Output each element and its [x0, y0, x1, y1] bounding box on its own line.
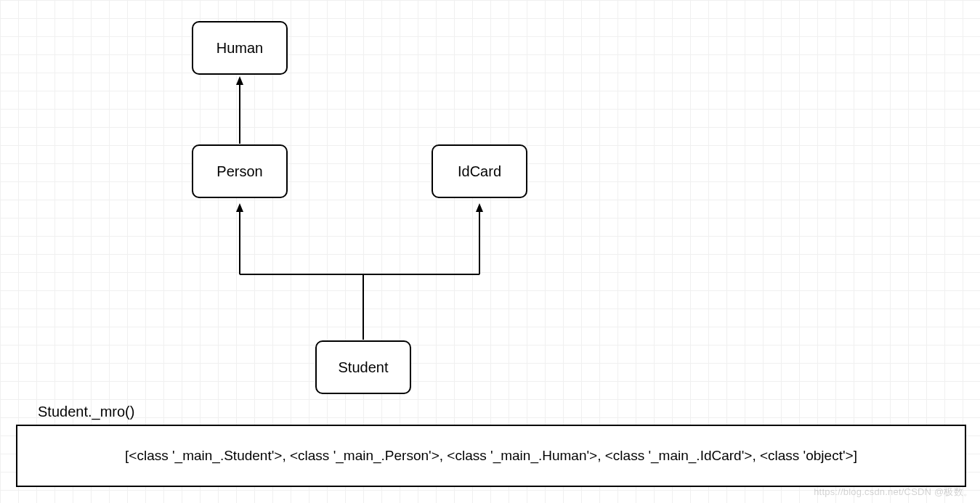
mro-output-box: [<class '_main_.Student'>, <class '_main…	[16, 425, 966, 487]
watermark-text: https://blog.csdn.net/CSDN @极数。	[814, 486, 973, 499]
node-person-label: Person	[216, 163, 262, 180]
node-idcard: IdCard	[432, 144, 527, 198]
node-person: Person	[192, 144, 288, 198]
node-student-label: Student	[339, 359, 389, 376]
diagram-canvas: Human Person IdCard Student Student._mro…	[0, 0, 980, 503]
node-human: Human	[192, 21, 288, 75]
mro-output-text: [<class '_main_.Student'>, <class '_main…	[125, 448, 857, 464]
node-student: Student	[315, 340, 411, 394]
mro-call-label: Student._mro()	[38, 404, 134, 420]
node-human-label: Human	[216, 40, 263, 57]
node-idcard-label: IdCard	[458, 163, 501, 180]
